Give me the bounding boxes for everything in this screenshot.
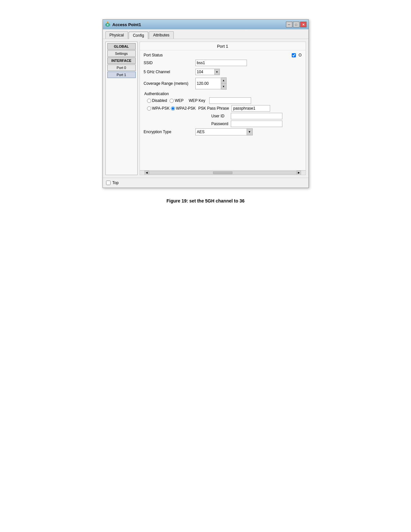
- ssid-row: SSID: [144, 59, 302, 66]
- radio-disabled-label: Disabled: [152, 98, 167, 103]
- radio-disabled: Disabled: [147, 98, 167, 103]
- radio-wpa2-psk-input[interactable]: [171, 106, 175, 111]
- tab-attributes[interactable]: Attributes: [149, 31, 174, 39]
- sidebar: GLOBAL Settings INTERFACE Port 0 Port 1: [105, 42, 138, 175]
- radio-wep-label: WEP: [175, 98, 183, 103]
- window-title: Access Point1: [113, 22, 141, 27]
- spin-buttons: ▲ ▼: [221, 77, 227, 90]
- titlebar-controls: ─ □ ✕: [286, 22, 307, 27]
- password-input[interactable]: [231, 121, 282, 127]
- psk-phrase-input[interactable]: [231, 105, 270, 112]
- minimize-button[interactable]: ─: [286, 22, 292, 27]
- titlebar: Access Point1 ─ □ ✕: [103, 20, 308, 29]
- password-row: Password: [144, 121, 302, 127]
- port-status-label: Port Status: [144, 53, 195, 57]
- userid-input[interactable]: [231, 113, 282, 119]
- encrypt-select-wrap: ▼: [195, 128, 253, 135]
- wep-key-input[interactable]: [209, 97, 251, 104]
- channel-row: 5 GHz Channel ▼: [144, 68, 302, 75]
- channel-label: 5 GHz Channel: [144, 70, 195, 74]
- port-title: Port 1: [140, 42, 306, 50]
- coverage-label: Coverage Range (meters): [144, 81, 195, 86]
- port-status-row: Port Status O: [144, 53, 302, 57]
- encrypt-dropdown-arrow[interactable]: ▼: [247, 128, 253, 135]
- psk-row: WPA-PSK WPA2-PSK PSK Pass Phrase: [144, 105, 302, 112]
- wep-key-label: WEP Key: [189, 98, 205, 103]
- sidebar-item-port1[interactable]: Port 1: [107, 72, 136, 78]
- scroll-right-button[interactable]: ▶: [297, 171, 301, 175]
- svg-point-1: [107, 24, 108, 25]
- bottom-bar: Top: [103, 178, 308, 188]
- svg-point-3: [107, 22, 108, 23]
- coverage-spinner: ▲ ▼: [195, 77, 227, 90]
- userid-label: User ID: [211, 114, 231, 118]
- scroll-left-button[interactable]: ◀: [144, 171, 149, 175]
- top-checkbox[interactable]: [106, 181, 111, 185]
- figure-caption: Figure 19: set the 5GH channel to 36: [167, 198, 245, 203]
- tabbar: Physical Config Attributes: [103, 29, 308, 39]
- port-status-suffix: O: [298, 53, 301, 57]
- radio-wpa2-psk-label: WPA2-PSK: [176, 106, 196, 111]
- sidebar-item-global[interactable]: GLOBAL: [107, 43, 136, 50]
- psk-phrase-label: PSK Pass Phrase: [198, 106, 229, 111]
- coverage-spin-up[interactable]: ▲: [221, 78, 226, 84]
- ssid-label: SSID: [144, 61, 195, 65]
- encrypt-input[interactable]: [195, 128, 247, 135]
- maximize-button[interactable]: □: [293, 22, 299, 27]
- auth-section-label: Authentication: [144, 92, 302, 96]
- titlebar-left: Access Point1: [105, 22, 141, 27]
- channel-dropdown: ▼: [195, 69, 220, 75]
- scroll-track[interactable]: [149, 171, 297, 174]
- encrypt-label: Encryption Type: [144, 130, 195, 134]
- top-label: Top: [113, 181, 119, 185]
- access-point-window: Access Point1 ─ □ ✕ Physical Config Attr…: [103, 19, 309, 188]
- right-panel: Port 1 Port Status O SSID 5 G: [140, 42, 306, 175]
- radio-wpa-psk: WPA-PSK: [147, 106, 170, 111]
- coverage-input[interactable]: [195, 78, 221, 89]
- userid-row: User ID: [144, 113, 302, 119]
- app-icon: [105, 22, 111, 27]
- radio-wpa-psk-label: WPA-PSK: [152, 106, 170, 111]
- tab-config[interactable]: Config: [129, 32, 148, 39]
- radio-wep: WEP: [170, 98, 183, 103]
- radio-wpa-psk-input[interactable]: [147, 106, 151, 111]
- auth-section: Authentication Disabled WEP WEP Key: [144, 92, 302, 127]
- auth-row-1: Disabled WEP WEP Key: [144, 97, 302, 104]
- coverage-row: Coverage Range (meters) ▲ ▼: [144, 77, 302, 90]
- port-status-checkbox[interactable]: [292, 53, 296, 57]
- password-label: Password: [211, 122, 231, 126]
- scroll-thumb[interactable]: [213, 172, 232, 174]
- radio-wpa2-psk: WPA2-PSK: [171, 106, 196, 111]
- sidebar-item-settings[interactable]: Settings: [107, 50, 136, 57]
- channel-dropdown-arrow[interactable]: ▼: [215, 69, 220, 75]
- radio-wep-input[interactable]: [170, 99, 174, 103]
- horizontal-scrollbar[interactable]: ◀ ▶: [140, 170, 306, 175]
- radio-disabled-input[interactable]: [147, 99, 151, 103]
- channel-input[interactable]: [195, 69, 215, 75]
- close-button[interactable]: ✕: [300, 22, 307, 27]
- tab-physical[interactable]: Physical: [105, 31, 128, 39]
- coverage-spin-down[interactable]: ▼: [221, 84, 226, 89]
- main-content: GLOBAL Settings INTERFACE Port 0 Port 1 …: [103, 39, 308, 178]
- ssid-input[interactable]: [195, 60, 247, 66]
- sidebar-item-interface[interactable]: INTERFACE: [107, 57, 136, 64]
- port-content: Port Status O SSID 5 GHz Channel: [140, 50, 306, 170]
- encryption-row: Encryption Type ▼: [144, 128, 302, 135]
- sidebar-item-port0[interactable]: Port 0: [107, 64, 136, 71]
